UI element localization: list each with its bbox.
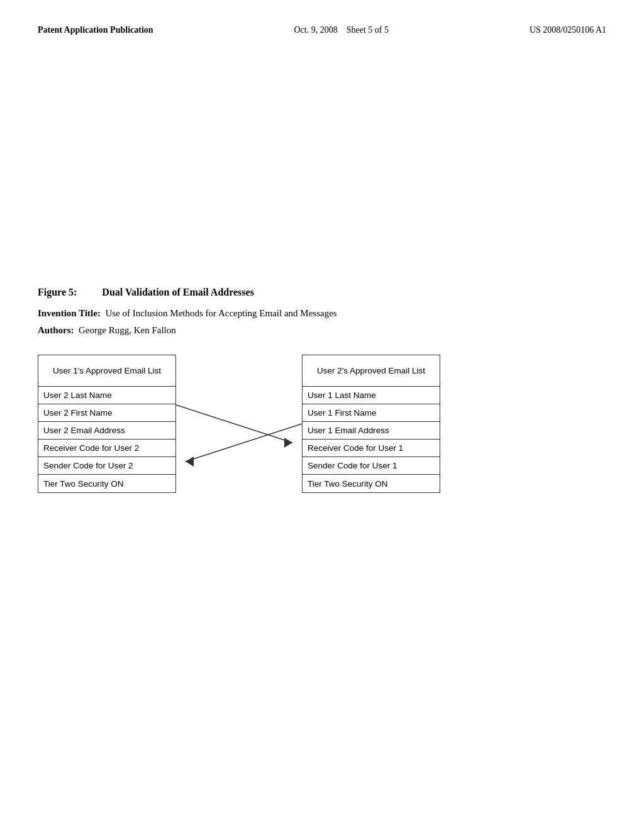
- invention-title-label: Invention Title:: [38, 308, 101, 318]
- header-date: Oct. 9, 2008: [294, 25, 337, 35]
- figure-label: Figure 5:: [38, 287, 77, 298]
- svg-marker-3: [186, 456, 194, 467]
- table-row: User 2 Email Address: [38, 422, 175, 440]
- table-left-header-text: User 1's Approved Email List: [53, 366, 161, 375]
- connection-arrows: [176, 367, 302, 480]
- header-patent-number: US 2008/0250106 A1: [530, 25, 606, 35]
- table-row: User 1 First Name: [303, 404, 440, 422]
- table-row: User 2 First Name: [38, 404, 175, 422]
- authors-line: Authors: George Rugg, Ken Fallon: [38, 325, 606, 336]
- header-publication-label: Patent Application Publication: [38, 25, 153, 35]
- right-row-1: User 1 Last Name: [308, 390, 376, 400]
- figure-name: Dual Validation of Email Addresses: [102, 287, 254, 298]
- page-header: Patent Application Publication Oct. 9, 2…: [38, 25, 606, 35]
- right-row-6: Tier Two Security ON: [308, 479, 388, 489]
- left-row-2: User 2 First Name: [43, 408, 113, 418]
- left-row-6: Tier Two Security ON: [43, 479, 124, 489]
- diagram-container: User 1's Approved Email List User 2 Last…: [38, 355, 606, 493]
- table-row: User 2 Last Name: [38, 387, 175, 404]
- table-row: Tier Two Security ON: [303, 475, 440, 492]
- table-left-header: User 1's Approved Email List: [38, 355, 175, 387]
- right-row-2: User 1 First Name: [308, 408, 377, 418]
- page: Patent Application Publication Oct. 9, 2…: [0, 0, 644, 830]
- invention-title-line: Invention Title: Use of Inclusion Method…: [38, 308, 606, 319]
- invention-title-text: Use of Inclusion Methods for Accepting E…: [105, 308, 336, 318]
- table-row: Sender Code for User 2: [38, 457, 175, 475]
- table-right: User 2's Approved Email List User 1 Last…: [302, 355, 440, 493]
- figure-title-line: Figure 5: Dual Validation of Email Addre…: [38, 287, 606, 298]
- left-row-3: User 2 Email Address: [43, 426, 125, 435]
- table-right-header: User 2's Approved Email List: [303, 355, 440, 387]
- left-row-5: Sender Code for User 2: [43, 461, 133, 470]
- figure-caption: Figure 5: Dual Validation of Email Addre…: [38, 287, 606, 298]
- table-row: Receiver Code for User 1: [303, 440, 440, 457]
- table-row: Receiver Code for User 2: [38, 440, 175, 457]
- header-date-sheet: Oct. 9, 2008 Sheet 5 of 5: [294, 25, 388, 35]
- left-row-4: Receiver Code for User 2: [43, 443, 139, 453]
- table-row: Tier Two Security ON: [38, 475, 175, 492]
- right-row-3: User 1 Email Address: [308, 426, 389, 435]
- right-row-5: Sender Code for User 1: [308, 461, 397, 470]
- table-row: Sender Code for User 1: [303, 457, 440, 475]
- svg-line-0: [176, 405, 292, 443]
- table-row: User 1 Email Address: [303, 422, 440, 440]
- table-left: User 1's Approved Email List User 2 Last…: [38, 355, 176, 493]
- authors-label: Authors:: [38, 325, 74, 335]
- left-row-1: User 2 Last Name: [43, 390, 112, 400]
- right-row-4: Receiver Code for User 1: [308, 443, 403, 453]
- authors-text: George Rugg, Ken Fallon: [79, 325, 176, 335]
- header-sheet: Sheet 5 of 5: [347, 25, 389, 35]
- table-right-header-text: User 2's Approved Email List: [317, 366, 425, 375]
- svg-marker-1: [284, 438, 292, 448]
- table-row: User 1 Last Name: [303, 387, 440, 404]
